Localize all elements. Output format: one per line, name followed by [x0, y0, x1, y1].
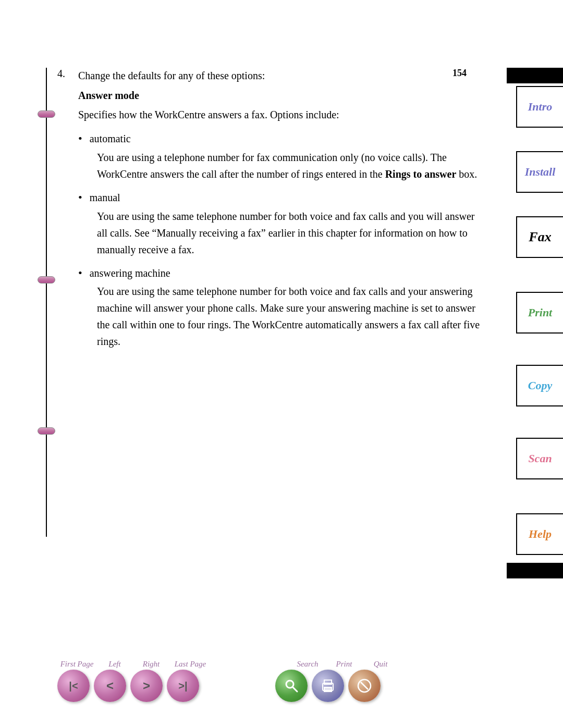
bullet-icon-3: • — [78, 265, 82, 281]
bullet-automatic: • automatic You are using a telephone nu… — [78, 131, 485, 182]
bullet-icon-2: • — [78, 190, 82, 206]
left-icon: < — [106, 678, 114, 693]
sidebar-tab-intro[interactable]: Intro — [516, 86, 563, 128]
last-page-icon: >| — [178, 680, 187, 692]
bullet-desc-automatic: You are using a telephone number for fax… — [97, 149, 485, 182]
first-page-button[interactable]: |< — [57, 670, 90, 702]
tab-label-fax: Fax — [529, 229, 551, 245]
right-button[interactable]: > — [130, 670, 163, 702]
tab-label-install: Install — [525, 165, 556, 179]
print-icon — [320, 678, 336, 694]
answer-mode-heading: Answer mode — [78, 90, 485, 102]
tab-label-copy: Copy — [528, 379, 552, 392]
bullet-manual: • manual You are using the same telephon… — [78, 190, 485, 258]
nav-buttons-row: |< < > >| — [57, 670, 485, 702]
first-page-icon: |< — [69, 680, 78, 692]
sidebar-top-block — [507, 68, 563, 83]
connector-bottom — [38, 427, 55, 435]
svg-line-8 — [361, 682, 368, 689]
bullet-desc-answering-machine: You are using the same telephone number … — [97, 283, 485, 350]
search-button[interactable] — [275, 670, 308, 702]
last-page-button[interactable]: >| — [167, 670, 199, 702]
label-right: Right — [133, 660, 169, 669]
bullet-label-answering-machine: answering machine — [90, 265, 170, 281]
sidebar-tab-print[interactable]: Print — [516, 292, 563, 334]
left-button[interactable]: < — [94, 670, 126, 702]
quit-button[interactable] — [348, 670, 381, 702]
main-content: 4. Change the defaults for any of these … — [57, 68, 485, 645]
sidebar-tab-copy[interactable]: Copy — [516, 365, 563, 406]
print-button[interactable] — [312, 670, 344, 702]
sidebar: Intro Install Fax Print Copy Scan Help — [507, 0, 563, 728]
sidebar-bottom-block — [507, 563, 563, 578]
label-left: Left — [96, 660, 133, 669]
connector-top — [38, 110, 55, 118]
answer-mode-description: Specifies how the WorkCentre answers a f… — [78, 107, 485, 122]
tab-label-scan: Scan — [528, 452, 552, 465]
step-number: 4. — [57, 68, 72, 80]
tab-label-help: Help — [529, 527, 552, 541]
step-4-line: 4. Change the defaults for any of these … — [57, 68, 485, 83]
label-print: Print — [326, 660, 362, 669]
sidebar-tab-fax[interactable]: Fax — [516, 216, 563, 258]
svg-line-1 — [292, 687, 297, 692]
sidebar-tab-scan[interactable]: Scan — [516, 438, 563, 479]
tab-label-intro: Intro — [528, 100, 552, 114]
bullet-answering-machine: • answering machine You are using the sa… — [78, 265, 485, 350]
bullet-label-automatic: automatic — [90, 131, 131, 146]
right-icon: > — [143, 678, 150, 693]
left-vertical-line — [46, 68, 47, 537]
label-quit: Quit — [362, 660, 399, 669]
label-first-page: First Page — [57, 660, 96, 669]
label-search: Search — [289, 660, 326, 669]
search-icon — [284, 678, 299, 694]
bullet-label-manual: manual — [90, 190, 120, 205]
bullet-desc-manual: You are using the same telephone number … — [97, 208, 485, 258]
quit-icon — [356, 677, 373, 694]
nav-labels-row: First Page Left Right Last Page Search P… — [57, 660, 485, 669]
tab-label-print: Print — [528, 306, 552, 319]
sidebar-tab-install[interactable]: Install — [516, 151, 563, 193]
navigation-bar: First Page Left Right Last Page Search P… — [57, 660, 485, 702]
label-last-page: Last Page — [169, 660, 211, 669]
sidebar-tab-help[interactable]: Help — [516, 513, 563, 555]
step-text: Change the defaults for any of these opt… — [78, 68, 265, 83]
connector-mid — [38, 276, 55, 283]
bullet-icon-1: • — [78, 131, 82, 147]
